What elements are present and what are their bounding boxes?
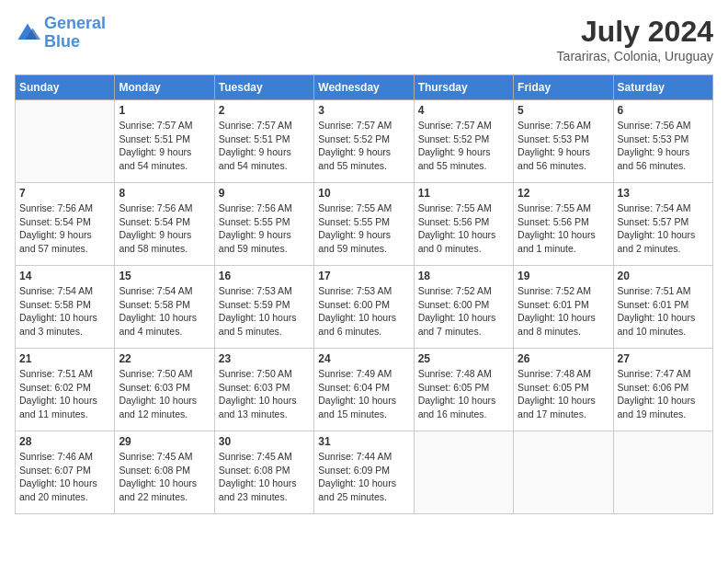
day-number: 30 [219, 435, 310, 448]
day-info: Sunrise: 7:53 AM Sunset: 6:00 PM Dayligh… [318, 284, 409, 339]
day-info: Sunrise: 7:52 AM Sunset: 6:01 PM Dayligh… [518, 284, 609, 339]
day-info: Sunrise: 7:57 AM Sunset: 5:52 PM Dayligh… [318, 119, 409, 173]
day-number: 22 [119, 352, 210, 365]
day-info: Sunrise: 7:51 AM Sunset: 6:02 PM Dayligh… [19, 367, 110, 421]
calendar-cell: 5Sunrise: 7:56 AM Sunset: 5:53 PM Daylig… [514, 100, 613, 183]
day-info: Sunrise: 7:55 AM Sunset: 5:56 PM Dayligh… [518, 201, 609, 256]
day-number: 21 [19, 352, 110, 365]
day-number: 8 [119, 187, 210, 200]
day-info: Sunrise: 7:53 AM Sunset: 5:59 PM Dayligh… [219, 284, 310, 339]
day-info: Sunrise: 7:57 AM Sunset: 5:51 PM Dayligh… [119, 119, 210, 173]
calendar-cell: 23Sunrise: 7:50 AM Sunset: 6:03 PM Dayli… [214, 349, 313, 431]
calendar-cell: 7Sunrise: 7:56 AM Sunset: 5:54 PM Daylig… [16, 183, 115, 266]
calendar-header-tuesday: Tuesday [214, 75, 313, 100]
calendar-cell: 4Sunrise: 7:57 AM Sunset: 5:52 PM Daylig… [414, 100, 513, 183]
day-info: Sunrise: 7:56 AM Sunset: 5:53 PM Dayligh… [618, 119, 709, 173]
day-info: Sunrise: 7:44 AM Sunset: 6:09 PM Dayligh… [318, 450, 409, 504]
day-info: Sunrise: 7:50 AM Sunset: 6:03 PM Dayligh… [219, 367, 310, 421]
calendar-cell: 1Sunrise: 7:57 AM Sunset: 5:51 PM Daylig… [115, 100, 214, 183]
calendar-cell: 14Sunrise: 7:54 AM Sunset: 5:58 PM Dayli… [16, 266, 115, 349]
week-row-4: 28Sunrise: 7:46 AM Sunset: 6:07 PM Dayli… [16, 431, 713, 514]
calendar-cell: 26Sunrise: 7:48 AM Sunset: 6:05 PM Dayli… [514, 349, 613, 431]
day-number: 29 [119, 435, 210, 448]
calendar-cell: 10Sunrise: 7:55 AM Sunset: 5:55 PM Dayli… [314, 183, 414, 266]
day-info: Sunrise: 7:45 AM Sunset: 6:08 PM Dayligh… [219, 450, 310, 504]
day-number: 11 [418, 187, 509, 200]
calendar-header-wednesday: Wednesday [314, 75, 414, 100]
day-number: 2 [219, 104, 310, 117]
calendar-cell: 21Sunrise: 7:51 AM Sunset: 6:02 PM Dayli… [16, 349, 115, 431]
day-number: 9 [219, 187, 310, 200]
day-number: 12 [518, 187, 609, 200]
day-number: 25 [418, 352, 509, 365]
day-number: 28 [19, 435, 110, 448]
calendar-header-monday: Monday [115, 75, 214, 100]
day-info: Sunrise: 7:48 AM Sunset: 6:05 PM Dayligh… [518, 367, 609, 421]
week-row-1: 7Sunrise: 7:56 AM Sunset: 5:54 PM Daylig… [16, 183, 713, 266]
day-number: 17 [318, 270, 409, 282]
logo-text: General Blue [44, 15, 106, 52]
day-number: 14 [19, 270, 110, 282]
calendar-cell: 17Sunrise: 7:53 AM Sunset: 6:00 PM Dayli… [314, 266, 414, 349]
day-info: Sunrise: 7:51 AM Sunset: 6:01 PM Dayligh… [618, 284, 709, 339]
week-row-0: 1Sunrise: 7:57 AM Sunset: 5:51 PM Daylig… [16, 100, 713, 183]
day-number: 3 [318, 104, 409, 117]
calendar-cell: 16Sunrise: 7:53 AM Sunset: 5:59 PM Dayli… [214, 266, 313, 349]
week-row-2: 14Sunrise: 7:54 AM Sunset: 5:58 PM Dayli… [16, 266, 713, 349]
calendar-cell: 8Sunrise: 7:56 AM Sunset: 5:54 PM Daylig… [115, 183, 214, 266]
logo-line1: General [44, 14, 106, 32]
day-number: 19 [518, 270, 609, 282]
day-number: 10 [318, 187, 409, 200]
day-number: 13 [618, 187, 709, 200]
day-info: Sunrise: 7:55 AM Sunset: 5:55 PM Dayligh… [318, 201, 409, 256]
calendar-cell: 29Sunrise: 7:45 AM Sunset: 6:08 PM Dayli… [115, 431, 214, 514]
logo-line2: Blue [44, 32, 80, 51]
day-number: 20 [618, 270, 709, 282]
day-info: Sunrise: 7:56 AM Sunset: 5:53 PM Dayligh… [518, 119, 609, 173]
logo: General Blue [15, 15, 106, 52]
calendar-header-saturday: Saturday [613, 75, 712, 100]
day-info: Sunrise: 7:50 AM Sunset: 6:03 PM Dayligh… [119, 367, 210, 421]
calendar-cell: 12Sunrise: 7:55 AM Sunset: 5:56 PM Dayli… [514, 183, 613, 266]
day-info: Sunrise: 7:56 AM Sunset: 5:54 PM Dayligh… [19, 201, 110, 256]
calendar-cell [613, 431, 712, 514]
calendar-cell: 6Sunrise: 7:56 AM Sunset: 5:53 PM Daylig… [613, 100, 712, 183]
day-info: Sunrise: 7:47 AM Sunset: 6:06 PM Dayligh… [618, 367, 709, 421]
calendar-cell: 22Sunrise: 7:50 AM Sunset: 6:03 PM Dayli… [115, 349, 214, 431]
day-info: Sunrise: 7:54 AM Sunset: 5:58 PM Dayligh… [119, 284, 210, 339]
calendar-cell: 27Sunrise: 7:47 AM Sunset: 6:06 PM Dayli… [613, 349, 712, 431]
day-info: Sunrise: 7:57 AM Sunset: 5:52 PM Dayligh… [418, 119, 509, 173]
calendar-cell: 13Sunrise: 7:54 AM Sunset: 5:57 PM Dayli… [613, 183, 712, 266]
day-number: 26 [518, 352, 609, 365]
week-row-3: 21Sunrise: 7:51 AM Sunset: 6:02 PM Dayli… [16, 349, 713, 431]
calendar-cell: 28Sunrise: 7:46 AM Sunset: 6:07 PM Dayli… [16, 431, 115, 514]
calendar-header-thursday: Thursday [414, 75, 513, 100]
day-number: 27 [618, 352, 709, 365]
day-info: Sunrise: 7:49 AM Sunset: 6:04 PM Dayligh… [318, 367, 409, 421]
day-number: 16 [219, 270, 310, 282]
calendar-cell: 30Sunrise: 7:45 AM Sunset: 6:08 PM Dayli… [214, 431, 313, 514]
day-info: Sunrise: 7:54 AM Sunset: 5:58 PM Dayligh… [19, 284, 110, 339]
calendar-header-friday: Friday [514, 75, 613, 100]
calendar-cell: 9Sunrise: 7:56 AM Sunset: 5:55 PM Daylig… [214, 183, 313, 266]
day-info: Sunrise: 7:52 AM Sunset: 6:00 PM Dayligh… [418, 284, 509, 339]
day-number: 31 [318, 435, 409, 448]
day-number: 23 [219, 352, 310, 365]
day-number: 1 [119, 104, 210, 117]
day-number: 24 [318, 352, 409, 365]
calendar-table: SundayMondayTuesdayWednesdayThursdayFrid… [15, 75, 713, 514]
calendar-cell: 18Sunrise: 7:52 AM Sunset: 6:00 PM Dayli… [414, 266, 513, 349]
calendar-cell: 15Sunrise: 7:54 AM Sunset: 5:58 PM Dayli… [115, 266, 214, 349]
day-info: Sunrise: 7:57 AM Sunset: 5:51 PM Dayligh… [219, 119, 310, 173]
calendar-cell: 3Sunrise: 7:57 AM Sunset: 5:52 PM Daylig… [314, 100, 414, 183]
day-info: Sunrise: 7:56 AM Sunset: 5:55 PM Dayligh… [219, 201, 310, 256]
day-number: 7 [19, 187, 110, 200]
day-info: Sunrise: 7:46 AM Sunset: 6:07 PM Dayligh… [19, 450, 110, 504]
day-info: Sunrise: 7:54 AM Sunset: 5:57 PM Dayligh… [618, 201, 709, 256]
calendar-cell: 25Sunrise: 7:48 AM Sunset: 6:05 PM Dayli… [414, 349, 513, 431]
calendar-cell: 24Sunrise: 7:49 AM Sunset: 6:04 PM Dayli… [314, 349, 414, 431]
calendar-cell: 19Sunrise: 7:52 AM Sunset: 6:01 PM Dayli… [514, 266, 613, 349]
month-title: July 2024 [557, 15, 713, 49]
calendar-cell: 11Sunrise: 7:55 AM Sunset: 5:56 PM Dayli… [414, 183, 513, 266]
day-number: 5 [518, 104, 609, 117]
